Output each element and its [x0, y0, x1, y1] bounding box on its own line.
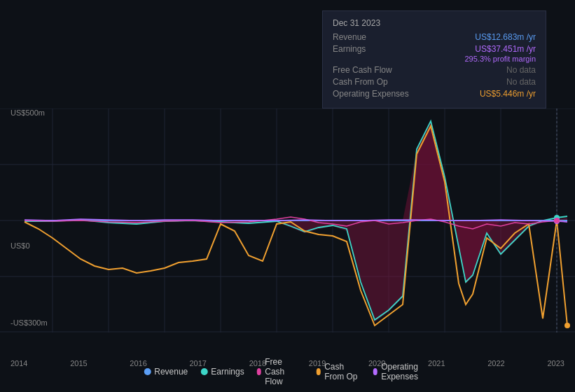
tooltip-value-opex: US$5.446m /yr: [480, 89, 536, 99]
chart-svg: [0, 108, 575, 332]
profit-margin-value: 295.3% profit margin: [465, 55, 536, 63]
tooltip-label-cashop: Cash From Op: [333, 77, 424, 87]
x-label-2022: 2022: [487, 359, 504, 368]
x-label-2014: 2014: [11, 359, 27, 368]
legend-dot-fcf: [257, 368, 262, 375]
tooltip-label-opex: Operating Expenses: [333, 89, 424, 99]
svg-point-20: [554, 218, 560, 223]
tooltip-label-revenue: Revenue: [333, 32, 424, 42]
x-label-2015: 2015: [70, 359, 87, 368]
legend-dot-cashop: [317, 368, 321, 375]
legend-label-cashop: Cash From Op: [324, 362, 360, 382]
tooltip-row-earnings: Earnings US$37.451m /yr: [333, 44, 536, 54]
legend-item-earnings: Earnings: [200, 367, 244, 377]
legend-label-revenue: Revenue: [154, 367, 188, 377]
legend-dot-opex: [373, 368, 378, 375]
tooltip-title: Dec 31 2023: [333, 18, 536, 28]
tooltip-value-earnings: US$37.451m /yr: [475, 44, 536, 54]
legend-label-earnings: Earnings: [211, 367, 244, 377]
tooltip-row-fcf: Free Cash Flow No data: [333, 65, 536, 75]
tooltip-card: Dec 31 2023 Revenue US$12.683m /yr Earni…: [322, 10, 546, 108]
tooltip-value-fcf: No data: [506, 65, 536, 75]
tooltip-row-opex: Operating Expenses US$5.446m /yr: [333, 89, 536, 99]
legend: Revenue Earnings Free Cash Flow Cash Fro…: [144, 357, 431, 386]
tooltip-value-revenue: US$12.683m /yr: [475, 32, 536, 42]
legend-item-opex: Operating Expenses: [373, 362, 431, 382]
legend-item-cashop: Cash From Op: [317, 362, 361, 382]
svg-point-21: [564, 323, 570, 328]
tooltip-label-earnings: Earnings: [333, 44, 424, 54]
legend-item-fcf: Free Cash Flow: [257, 357, 304, 386]
legend-dot-earnings: [200, 368, 207, 375]
tooltip-value-cashop: No data: [506, 77, 536, 87]
x-label-2023: 2023: [547, 359, 564, 368]
tooltip-row-cashop: Cash From Op No data: [333, 77, 536, 87]
legend-label-opex: Operating Expenses: [381, 362, 431, 382]
legend-item-revenue: Revenue: [144, 367, 188, 377]
tooltip-row-revenue: Revenue US$12.683m /yr: [333, 32, 536, 42]
legend-label-fcf: Free Cash Flow: [265, 357, 303, 386]
chart-container: Dec 31 2023 Revenue US$12.683m /yr Earni…: [0, 0, 575, 392]
profit-margin-sub: 295.3% profit margin: [333, 55, 536, 63]
tooltip-label-fcf: Free Cash Flow: [333, 65, 424, 75]
legend-dot-revenue: [144, 368, 151, 375]
